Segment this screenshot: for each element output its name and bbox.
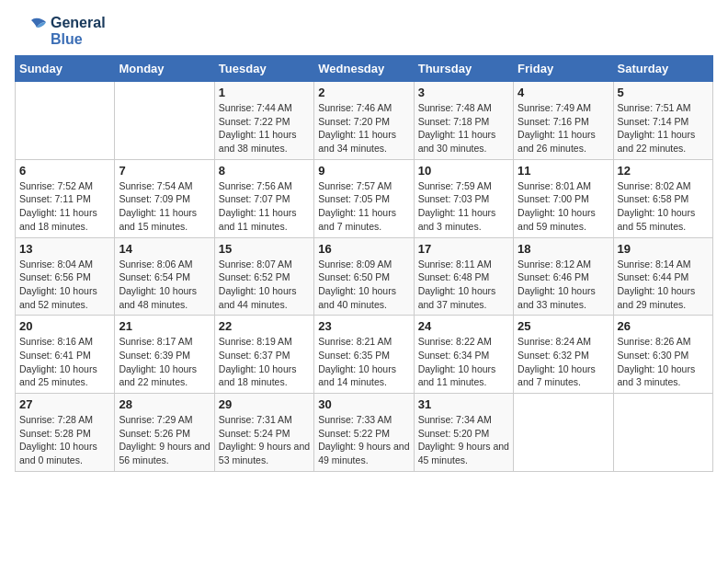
day-number: 8	[219, 164, 310, 178]
day-cell: 4 Sunrise: 7:49 AMSunset: 7:16 PMDayligh…	[514, 82, 613, 160]
day-cell: 9 Sunrise: 7:57 AMSunset: 7:05 PMDayligh…	[314, 159, 414, 237]
day-cell: 2 Sunrise: 7:46 AMSunset: 7:20 PMDayligh…	[314, 82, 414, 160]
day-cell: 8 Sunrise: 7:56 AMSunset: 7:07 PMDayligh…	[214, 159, 313, 237]
day-cell: 21 Sunrise: 8:17 AMSunset: 6:39 PMDaylig…	[115, 316, 214, 394]
day-number: 26	[618, 319, 709, 333]
day-info: Sunrise: 7:29 AMSunset: 5:26 PMDaylight:…	[119, 414, 210, 465]
day-number: 2	[318, 86, 409, 99]
day-cell	[514, 394, 613, 472]
day-cell: 31 Sunrise: 7:34 AMSunset: 5:20 PMDaylig…	[414, 394, 513, 472]
day-cell: 12 Sunrise: 8:02 AMSunset: 6:58 PMDaylig…	[613, 159, 712, 237]
day-info: Sunrise: 8:11 AMSunset: 6:48 PMDaylight:…	[418, 259, 496, 310]
day-number: 31	[418, 397, 509, 411]
day-number: 24	[418, 319, 509, 333]
day-cell: 23 Sunrise: 8:21 AMSunset: 6:35 PMDaylig…	[314, 316, 414, 394]
col-header-thursday: Thursday	[414, 56, 513, 82]
day-number: 5	[618, 86, 709, 99]
day-cell: 11 Sunrise: 8:01 AMSunset: 7:00 PMDaylig…	[514, 159, 613, 237]
day-number: 27	[19, 397, 110, 411]
day-number: 3	[418, 86, 509, 99]
day-cell: 25 Sunrise: 8:24 AMSunset: 6:32 PMDaylig…	[514, 316, 613, 394]
day-cell: 17 Sunrise: 8:11 AMSunset: 6:48 PMDaylig…	[414, 237, 513, 316]
day-cell: 6 Sunrise: 7:52 AMSunset: 7:11 PMDayligh…	[16, 159, 115, 237]
day-info: Sunrise: 7:44 AMSunset: 7:22 PMDaylight:…	[219, 102, 297, 154]
day-number: 4	[518, 86, 609, 99]
day-number: 12	[618, 164, 709, 178]
day-cell: 5 Sunrise: 7:51 AMSunset: 7:14 PMDayligh…	[613, 82, 712, 160]
day-info: Sunrise: 8:07 AMSunset: 6:52 PMDaylight:…	[219, 259, 297, 310]
logo: General Blue	[15, 15, 106, 48]
col-header-wednesday: Wednesday	[314, 56, 414, 82]
day-info: Sunrise: 8:09 AMSunset: 6:50 PMDaylight:…	[318, 259, 396, 310]
day-cell: 14 Sunrise: 8:06 AMSunset: 6:54 PMDaylig…	[115, 237, 214, 316]
day-cell: 28 Sunrise: 7:29 AMSunset: 5:26 PMDaylig…	[115, 394, 214, 472]
col-header-saturday: Saturday	[613, 56, 712, 82]
day-info: Sunrise: 8:19 AMSunset: 6:37 PMDaylight:…	[219, 336, 297, 387]
week-row-2: 6 Sunrise: 7:52 AMSunset: 7:11 PMDayligh…	[16, 159, 713, 237]
logo-container: General Blue	[15, 15, 106, 48]
day-cell: 15 Sunrise: 8:07 AMSunset: 6:52 PMDaylig…	[214, 237, 313, 316]
day-info: Sunrise: 7:59 AMSunset: 7:03 PMDaylight:…	[418, 180, 496, 232]
day-info: Sunrise: 7:28 AMSunset: 5:28 PMDaylight:…	[19, 414, 97, 465]
day-number: 9	[318, 164, 409, 178]
day-number: 28	[119, 397, 210, 411]
day-cell: 16 Sunrise: 8:09 AMSunset: 6:50 PMDaylig…	[314, 237, 414, 316]
day-cell: 3 Sunrise: 7:48 AMSunset: 7:18 PMDayligh…	[414, 82, 513, 160]
day-number: 11	[518, 164, 609, 178]
day-info: Sunrise: 8:22 AMSunset: 6:34 PMDaylight:…	[418, 336, 496, 387]
day-cell: 22 Sunrise: 8:19 AMSunset: 6:37 PMDaylig…	[214, 316, 313, 394]
day-info: Sunrise: 7:51 AMSunset: 7:14 PMDaylight:…	[618, 102, 696, 154]
day-info: Sunrise: 8:16 AMSunset: 6:41 PMDaylight:…	[19, 336, 97, 387]
day-cell: 7 Sunrise: 7:54 AMSunset: 7:09 PMDayligh…	[115, 159, 214, 237]
day-number: 7	[119, 164, 210, 178]
day-info: Sunrise: 7:34 AMSunset: 5:20 PMDaylight:…	[418, 414, 509, 465]
day-info: Sunrise: 8:21 AMSunset: 6:35 PMDaylight:…	[318, 336, 396, 387]
calendar-table: SundayMondayTuesdayWednesdayThursdayFrid…	[15, 55, 713, 472]
day-cell: 19 Sunrise: 8:14 AMSunset: 6:44 PMDaylig…	[613, 237, 712, 316]
day-number: 23	[318, 319, 409, 333]
day-info: Sunrise: 8:17 AMSunset: 6:39 PMDaylight:…	[119, 336, 197, 387]
day-cell: 20 Sunrise: 8:16 AMSunset: 6:41 PMDaylig…	[16, 316, 115, 394]
day-cell: 29 Sunrise: 7:31 AMSunset: 5:24 PMDaylig…	[214, 394, 313, 472]
logo-text-general: General	[51, 15, 106, 31]
day-info: Sunrise: 7:49 AMSunset: 7:16 PMDaylight:…	[518, 102, 596, 154]
week-row-3: 13 Sunrise: 8:04 AMSunset: 6:56 PMDaylig…	[16, 237, 713, 316]
day-number: 15	[219, 242, 310, 256]
day-cell: 18 Sunrise: 8:12 AMSunset: 6:46 PMDaylig…	[514, 237, 613, 316]
day-info: Sunrise: 7:54 AMSunset: 7:09 PMDaylight:…	[119, 180, 197, 232]
day-cell: 1 Sunrise: 7:44 AMSunset: 7:22 PMDayligh…	[214, 82, 313, 160]
day-cell: 13 Sunrise: 8:04 AMSunset: 6:56 PMDaylig…	[16, 237, 115, 316]
day-number: 18	[518, 242, 609, 256]
week-row-5: 27 Sunrise: 7:28 AMSunset: 5:28 PMDaylig…	[16, 394, 713, 472]
day-number: 1	[219, 86, 310, 99]
day-cell	[115, 82, 214, 160]
day-number: 19	[618, 242, 709, 256]
day-number: 29	[219, 397, 310, 411]
day-info: Sunrise: 8:04 AMSunset: 6:56 PMDaylight:…	[19, 259, 97, 310]
day-info: Sunrise: 8:26 AMSunset: 6:30 PMDaylight:…	[618, 336, 696, 387]
day-number: 13	[19, 242, 110, 256]
day-info: Sunrise: 7:57 AMSunset: 7:05 PMDaylight:…	[318, 180, 396, 232]
day-number: 20	[19, 319, 110, 333]
page-header: General Blue	[15, 15, 713, 48]
day-info: Sunrise: 7:31 AMSunset: 5:24 PMDaylight:…	[219, 414, 310, 465]
day-number: 16	[318, 242, 409, 256]
day-info: Sunrise: 7:56 AMSunset: 7:07 PMDaylight:…	[219, 180, 297, 232]
day-info: Sunrise: 8:24 AMSunset: 6:32 PMDaylight:…	[518, 336, 596, 387]
col-header-sunday: Sunday	[16, 56, 115, 82]
day-number: 21	[119, 319, 210, 333]
day-number: 10	[418, 164, 509, 178]
day-number: 22	[219, 319, 310, 333]
col-header-tuesday: Tuesday	[214, 56, 313, 82]
day-info: Sunrise: 7:48 AMSunset: 7:18 PMDaylight:…	[418, 102, 496, 154]
day-cell: 26 Sunrise: 8:26 AMSunset: 6:30 PMDaylig…	[613, 316, 712, 394]
week-row-4: 20 Sunrise: 8:16 AMSunset: 6:41 PMDaylig…	[16, 316, 713, 394]
header-row: SundayMondayTuesdayWednesdayThursdayFrid…	[16, 56, 713, 82]
week-row-1: 1 Sunrise: 7:44 AMSunset: 7:22 PMDayligh…	[16, 82, 713, 160]
day-info: Sunrise: 7:33 AMSunset: 5:22 PMDaylight:…	[318, 414, 409, 465]
day-info: Sunrise: 7:52 AMSunset: 7:11 PMDaylight:…	[19, 180, 97, 232]
day-number: 25	[518, 319, 609, 333]
day-cell	[16, 82, 115, 160]
day-cell: 27 Sunrise: 7:28 AMSunset: 5:28 PMDaylig…	[16, 394, 115, 472]
day-number: 17	[418, 242, 509, 256]
